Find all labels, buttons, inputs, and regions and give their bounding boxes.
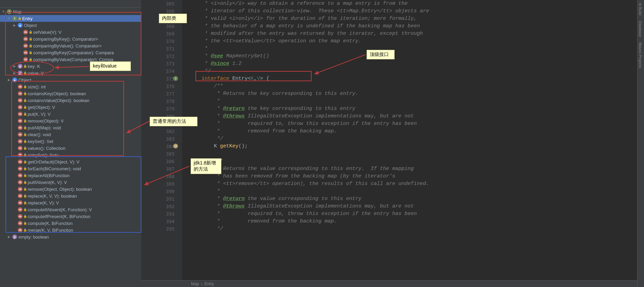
property-icon: p <box>18 71 23 75</box>
tree-item[interactable]: m🔒putIfAbsent(K, V): V <box>0 179 141 186</box>
method-icon: m <box>18 173 23 178</box>
breadcrumb-child[interactable]: Entry <box>204 282 214 286</box>
tree-item[interactable]: m🔒get(Object): V <box>0 104 141 111</box>
method-icon: m <box>23 30 28 34</box>
tree-item[interactable]: m🔒keySet(): Set <box>0 138 141 145</box>
tree-item[interactable]: ▶pempty: boolean <box>0 233 141 240</box>
annotation-inner-class: 内部类 <box>159 14 187 23</box>
tree-item[interactable]: m🔒replace(K, V): V <box>0 199 141 206</box>
gutter: 3653663673683693703713723733743753763773… <box>141 0 182 287</box>
method-icon: m <box>18 207 23 212</box>
structure-tree: ▼IMap ▼I🔒Entry ▶▲Object m🔒setValue(V): V… <box>0 8 141 241</box>
method-icon: m <box>18 146 23 150</box>
method-icon: m <box>18 159 23 164</box>
interface-icon: I <box>7 9 12 14</box>
property-icon: p <box>12 234 17 239</box>
method-icon: m <box>18 112 23 116</box>
tree-item[interactable]: m🔒getOrDefault(Object, V): V <box>0 158 141 165</box>
tree-item[interactable]: m🔒remove(Object, Object): boolean <box>0 186 141 192</box>
tree-item[interactable]: m🔒containsKey(Object): boolean <box>0 90 141 97</box>
override-icon[interactable]: O <box>173 144 178 148</box>
method-icon: m <box>18 132 23 137</box>
implement-icon[interactable]: I <box>173 76 178 81</box>
tree-item[interactable]: m🔒size(): int <box>0 83 141 90</box>
class-icon: ▲ <box>18 23 23 28</box>
method-icon: m <box>18 118 23 123</box>
method-icon: m <box>18 180 23 185</box>
code-editor[interactable]: 3653663673683693703713723733743753763773… <box>141 0 637 287</box>
tree-object[interactable]: ▶▲Object <box>0 22 141 29</box>
method-icon: m <box>23 43 28 48</box>
method-icon: m <box>18 200 23 205</box>
tree-item[interactable]: m🔒entrySet(): Set> <box>0 152 141 158</box>
tab-database[interactable]: Database <box>638 18 643 40</box>
tree-item[interactable]: m🔒putAll(Map): void <box>0 124 141 131</box>
breadcrumb[interactable]: Map › Entry <box>141 280 637 287</box>
annotation-jdk8: jdk1.8新增的方法 <box>191 158 221 174</box>
method-icon: m <box>18 139 23 144</box>
tab-build[interactable]: nt Build <box>638 0 643 18</box>
tree-object2[interactable]: ▶▲Object <box>0 76 141 83</box>
tree-item[interactable]: m🔒merge(K, V, BiFunction <box>0 227 141 233</box>
method-icon: m <box>23 50 28 55</box>
tree-item[interactable]: m🔒forEach(BiConsumer): void <box>0 165 141 172</box>
method-icon: m <box>18 84 23 89</box>
structure-panel: ▼IMap ▼I🔒Entry ▶▲Object m🔒setValue(V): V… <box>0 0 141 287</box>
method-icon: m <box>18 91 23 96</box>
method-icon: m <box>18 221 23 226</box>
interface-icon: I <box>12 16 17 21</box>
method-icon: m <box>23 57 28 62</box>
method-icon: m <box>18 98 23 103</box>
tree-item[interactable]: m🔒clear(): void <box>0 131 141 138</box>
tree-map[interactable]: ▼IMap <box>0 8 141 15</box>
right-toolbar: nt Build Database Maven Projects <box>637 0 644 287</box>
tree-item[interactable]: m🔒comparingByValue(): Comparator> <box>0 42 141 49</box>
annotation-top-interface: 顶级接口 <box>367 50 395 59</box>
tree-item[interactable]: m🔒remove(Object): V <box>0 117 141 124</box>
tree-item[interactable]: m🔒replace(K, V, V): boolean <box>0 192 141 199</box>
method-icon: m <box>18 125 23 130</box>
method-icon: m <box>23 37 28 41</box>
method-icon: m <box>18 214 23 219</box>
method-icon: m <box>18 193 23 198</box>
structure-toolbar <box>0 0 141 8</box>
class-icon: ▲ <box>12 77 17 82</box>
tree-item[interactable]: m🔒compute(K, BiFunction <box>0 220 141 227</box>
tree-item[interactable]: m🔒values(): Collection <box>0 145 141 152</box>
tree-item[interactable]: m🔒computeIfAbsent(K, Function): V <box>0 206 141 213</box>
tree-item[interactable]: m🔒put(K, V): V <box>0 111 141 117</box>
method-icon: m <box>18 153 23 157</box>
annotation-key-value: key和value <box>90 61 131 71</box>
method-icon: m <box>18 228 23 232</box>
annotation-common: 普通常用的方法 <box>150 117 197 126</box>
tree-item[interactable]: m🔒setValue(V): V <box>0 29 141 35</box>
method-icon: m <box>18 187 23 191</box>
tree-item[interactable]: m🔒comparingByKey(): Comparator> <box>0 35 141 42</box>
tree-item[interactable]: m🔒replaceAll(BiFunction <box>0 172 141 179</box>
property-icon: p <box>18 64 23 69</box>
method-icon: m <box>18 105 23 110</box>
breadcrumb-parent[interactable]: Map <box>191 282 199 286</box>
tree-item[interactable]: m🔒computeIfPresent(K, BiFunction <box>0 213 141 220</box>
tree-entry[interactable]: ▼I🔒Entry <box>0 15 141 22</box>
method-icon: m <box>18 166 23 171</box>
tree-item[interactable]: m🔒containsValue(Object): boolean <box>0 97 141 104</box>
tab-maven[interactable]: Maven Projects <box>638 40 643 71</box>
tree-item[interactable]: m🔒comparingByKey(Comparator): Compara <box>0 49 141 56</box>
code-area[interactable]: * <i>only</i> way to obtain a reference … <box>182 0 637 287</box>
